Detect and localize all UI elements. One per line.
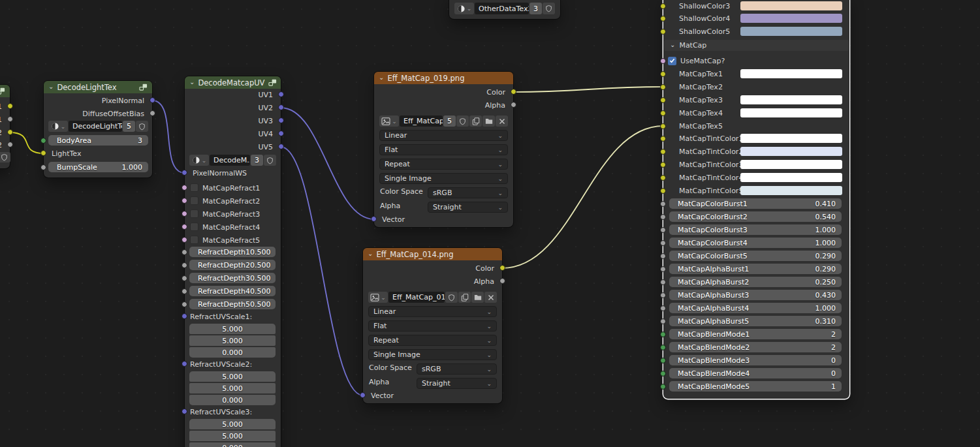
input-socket-refractdepth4[interactable] [182, 288, 187, 294]
alpha-dropdown[interactable]: Straight⌄ [417, 378, 497, 389]
output-socket-diffuseoffsetbias[interactable] [150, 110, 155, 116]
matcaprefract4-checkbox[interactable] [190, 223, 198, 231]
matcapblendmode4-slider[interactable]: MatCapBlendMode40 [669, 368, 842, 378]
matcaptintcolor2-swatch[interactable] [740, 147, 842, 156]
projection-dropdown[interactable]: Flat⌄ [379, 144, 508, 155]
vector-field[interactable]: 5.000 [189, 383, 276, 393]
input-socket-matcaptex1[interactable] [660, 71, 666, 77]
matcapcolorburst3-slider[interactable]: MatCapColorBurst31.000 [669, 224, 842, 235]
duplicate-icon[interactable] [458, 292, 471, 303]
extension-dropdown[interactable]: Repeat⌄ [379, 159, 508, 170]
fake-user-shield-button[interactable] [264, 155, 276, 166]
image-name-field[interactable]: Eff_MatCap... [400, 116, 443, 127]
source-dropdown[interactable]: Single Image⌄ [368, 349, 497, 360]
matcapalphaburst1-slider[interactable]: MatCapAlphaBurst10.290 [669, 264, 842, 274]
input-socket-matcapcolorburst5[interactable] [660, 253, 666, 259]
input-socket-refractdepth3[interactable] [182, 275, 187, 281]
input-socket-vector[interactable] [360, 392, 366, 398]
output-socket[interactable] [7, 129, 13, 135]
material-browse-button[interactable]: ⌄ [48, 121, 68, 132]
bumpscale-slider[interactable]: BumpScale 1.000 [48, 162, 148, 172]
input-socket-matcapblendmode2[interactable] [660, 345, 666, 350]
matcapblendmode5-slider[interactable]: MatCapBlendMode51 [669, 381, 842, 392]
image-name-field[interactable]: Eff_MatCap_014... [388, 292, 445, 303]
fake-user-shield-button[interactable] [445, 292, 458, 303]
image-browse-button[interactable]: ⌄ [379, 116, 399, 127]
user-count-badge[interactable]: 3 [251, 155, 263, 166]
fake-user-shield-button[interactable] [456, 116, 469, 127]
input-socket-matcaptex5[interactable] [660, 123, 666, 129]
vector-field[interactable]: 0.000 [189, 395, 276, 405]
matcaptex3-swatch[interactable] [740, 95, 842, 104]
refractdepth4-slider[interactable]: RefractDepth40.500 [189, 286, 276, 296]
vector-field[interactable]: 5.000 [189, 324, 276, 334]
output-socket-color[interactable] [499, 265, 505, 271]
input-socket-lighttex[interactable] [40, 150, 46, 156]
input-socket-matcapcolorburst1[interactable] [660, 201, 666, 207]
vector-field[interactable]: 0.000 [189, 442, 276, 447]
usematcap-checkbox[interactable] [668, 57, 676, 65]
input-socket-matcapalphaburst3[interactable] [660, 292, 666, 298]
node-image-eff-matcap-019[interactable]: ⌄ Eff_MatCap_019.png Color Alpha ⌄ Eff_M… [374, 72, 513, 227]
fake-user-shield-button[interactable] [543, 3, 555, 14]
node-image-eff-matcap-014[interactable]: ⌄ Eff_MatCap_014.png Color Alpha ⌄ Eff_M… [363, 248, 502, 403]
output-socket-uv5[interactable] [278, 144, 284, 149]
output-socket-color[interactable] [511, 89, 516, 95]
fake-user-shield-button[interactable] [136, 121, 148, 132]
input-socket-refractdepth2[interactable] [182, 262, 187, 268]
unlink-x-icon[interactable] [484, 292, 497, 303]
shallowcolor5-swatch[interactable] [740, 27, 842, 36]
input-socket-matcaptintcolor1[interactable] [660, 136, 666, 142]
collapse-chevron-icon[interactable]: ⌄ [368, 251, 373, 257]
matcap-section-header[interactable]: ⌄ MatCap [664, 40, 849, 51]
node-matcap-panel[interactable]: ShallowColor3 ShallowColor4 ShallowColor… [663, 0, 849, 399]
user-count-badge[interactable]: 5 [443, 116, 456, 127]
output-socket-uv4[interactable] [278, 131, 284, 136]
matcapblendmode1-slider[interactable]: MatCapBlendMode12 [669, 329, 842, 339]
vector-field[interactable]: 5.000 [189, 431, 276, 441]
output-socket-alpha[interactable] [499, 278, 505, 284]
input-socket-refractuvscale3[interactable] [182, 408, 187, 414]
input-socket-matcapalphaburst1[interactable] [660, 266, 666, 272]
node-header[interactable]: ⌄ Eff_MatCap_019.png [374, 72, 513, 84]
refractdepth2-slider[interactable]: RefractDepth20.500 [189, 260, 276, 270]
shallowcolor3-swatch[interactable] [740, 1, 842, 10]
input-socket-matcaprefract1[interactable] [182, 185, 187, 191]
node-header[interactable]: ⌄ Eff_MatCap_014.png [363, 248, 502, 260]
matcapcolorburst5-slider[interactable]: MatCapColorBurst50.290 [669, 251, 842, 261]
duplicate-icon[interactable] [469, 116, 482, 127]
input-socket-usematcap[interactable] [660, 58, 666, 64]
input-socket-matcaptintcolor3[interactable] [660, 162, 666, 168]
matcaprefract1-checkbox[interactable] [190, 183, 198, 192]
collapse-chevron-icon[interactable]: ⌄ [189, 79, 195, 85]
refractdepth3-slider[interactable]: RefractDepth30.500 [189, 273, 276, 283]
input-socket-shallowcolor5[interactable] [660, 29, 666, 35]
input-socket-matcapalphaburst2[interactable] [660, 279, 666, 285]
matcapalphaburst5-slider[interactable]: MatCapAlphaBurst50.310 [669, 316, 842, 326]
source-dropdown[interactable]: Single Image⌄ [379, 173, 508, 184]
node-editor-canvas[interactable]: 1 1 2 2 ⌄ OtherDataTex2 3 ⌄ DecodeLightT… [0, 0, 980, 447]
unlink-x-icon[interactable] [496, 116, 508, 127]
input-socket-matcapalphaburst5[interactable] [660, 318, 666, 324]
shallowcolor4-swatch[interactable] [740, 14, 842, 23]
input-socket-matcapblendmode4[interactable] [660, 371, 666, 377]
collapse-chevron-icon[interactable]: ⌄ [379, 74, 384, 81]
image-browse-button[interactable]: ⌄ [368, 292, 388, 303]
node-header[interactable] [0, 85, 10, 97]
matcaptintcolor3-swatch[interactable] [740, 160, 842, 169]
input-socket-matcaprefract4[interactable] [182, 224, 187, 230]
output-socket-alpha[interactable] [511, 102, 516, 108]
projection-dropdown[interactable]: Flat⌄ [368, 320, 497, 331]
output-socket-uv2[interactable] [278, 104, 284, 110]
input-socket-pixelnormalws[interactable] [182, 170, 187, 176]
node-otherdatatex2-partial[interactable]: ⌄ OtherDataTex2 3 [449, 0, 560, 19]
user-count-badge[interactable]: 3 [530, 3, 542, 14]
input-socket-matcaprefract2[interactable] [182, 198, 187, 204]
matcapcolorburst2-slider[interactable]: MatCapColorBurst20.540 [669, 211, 842, 222]
output-socket-uv3[interactable] [278, 117, 284, 123]
input-socket-matcapcolorburst4[interactable] [660, 240, 666, 246]
refractdepth1-slider[interactable]: RefractDepth10.500 [189, 247, 276, 257]
interpolation-dropdown[interactable]: Linear⌄ [379, 130, 508, 141]
vector-field[interactable]: 0.000 [189, 347, 276, 358]
material-browse-button[interactable]: ⌄ [189, 155, 209, 166]
